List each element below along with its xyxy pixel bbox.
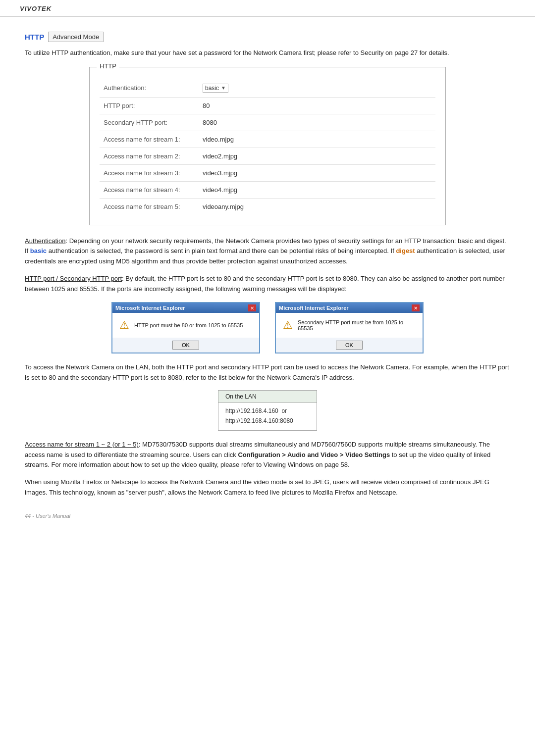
form-row: Access name for stream 3:video3.mjpg	[100, 164, 435, 181]
dialog-footer-2: OK	[276, 338, 423, 353]
lan-table-body: http://192.168.4.160 orhttp://192.168.4.…	[218, 403, 317, 431]
form-row-value: 8080	[199, 114, 435, 131]
page-footer: 44 - User's Manual	[25, 513, 510, 519]
stream-paragraph: Access name for stream 1 ~ 2 (or 1 ~ 5):…	[25, 440, 510, 470]
lan-table-header: On the LAN	[218, 391, 317, 403]
advanced-mode-badge: Advanced Mode	[48, 32, 104, 42]
form-row: Secondary HTTP port:8080	[100, 114, 435, 131]
form-row: Access name for stream 2:video2.mjpg	[100, 148, 435, 164]
form-row-label: Secondary HTTP port:	[100, 114, 199, 131]
page-title-row: HTTP Advanced Mode	[25, 32, 510, 42]
dialog-close-btn-1[interactable]: ✕	[248, 304, 256, 311]
form-table: Authentication:basic ▼HTTP port:80Second…	[100, 79, 435, 215]
dialog-message-2: Secondary HTTP port must be from 1025 to…	[298, 319, 416, 331]
dialog-box-2: Microsoft Internet Explorer ✕ ⚠ Secondar…	[275, 302, 424, 353]
form-row-value: 80	[199, 97, 435, 114]
lan-table: On the LAN http://192.168.4.160 orhttp:/…	[218, 390, 317, 431]
form-row: Access name for stream 4:video4.mjpg	[100, 181, 435, 198]
dialog-ok-btn-2[interactable]: OK	[336, 341, 363, 350]
form-row: Access name for stream 1:video.mjpg	[100, 131, 435, 148]
lan-table-wrapper: On the LAN http://192.168.4.160 orhttp:/…	[25, 390, 510, 431]
dialog-title-2: Microsoft Internet Explorer	[279, 305, 349, 311]
stream-heading: Access name for stream 1 ~ 2 (or 1 ~ 5)	[25, 441, 139, 448]
dialog-title-1: Microsoft Internet Explorer	[115, 305, 185, 311]
form-row-value: video2.mjpg	[199, 148, 435, 164]
warning-icon-1: ⚠	[119, 319, 129, 332]
auth-text1: : Depending on your network security req…	[65, 237, 506, 245]
select-basic-dropdown[interactable]: basic ▼	[203, 84, 228, 93]
form-row-label: Access name for stream 3:	[100, 164, 199, 181]
form-row-value: videoany.mjpg	[199, 198, 435, 215]
auth-paragraph: Authentication: Depending on your networ…	[25, 236, 510, 267]
dialog-titlebar-2: Microsoft Internet Explorer ✕	[276, 303, 423, 313]
form-row: Access name for stream 5:videoany.mjpg	[100, 198, 435, 215]
dialog-titlebar-1: Microsoft Internet Explorer ✕	[112, 303, 259, 313]
dialog-close-btn-2[interactable]: ✕	[412, 304, 420, 311]
auth-heading: Authentication	[25, 237, 65, 245]
auth-text3: authentication is selected, the password…	[47, 247, 396, 254]
form-row-label: HTTP port:	[100, 97, 199, 114]
auth-text2: If	[25, 247, 30, 254]
dialog-body-1: ⚠ HTTP port must be 80 or from 1025 to 6…	[112, 313, 259, 338]
dialog-footer-1: OK	[112, 338, 259, 353]
dialog-box-1: Microsoft Internet Explorer ✕ ⚠ HTTP por…	[111, 302, 260, 353]
intro-text: To utilize HTTP authentication, make sur…	[25, 48, 510, 58]
form-row-value[interactable]: basic ▼	[199, 79, 435, 98]
dialog-body-2: ⚠ Secondary HTTP port must be from 1025 …	[276, 313, 423, 338]
auth-basic-word: basic	[30, 247, 47, 254]
port-heading: HTTP port / Secondary HTTP port	[25, 275, 122, 282]
http-title-label: HTTP	[25, 33, 44, 41]
form-row-value: video.mjpg	[199, 131, 435, 148]
http-panel-title: HTTP	[97, 62, 119, 70]
form-row-label: Access name for stream 1:	[100, 131, 199, 148]
brand-logo: VIVOTEK	[20, 5, 52, 12]
chevron-down-icon: ▼	[221, 85, 226, 91]
warning-icon-2: ⚠	[283, 319, 293, 332]
page-header: VIVOTEK	[0, 0, 535, 17]
port-paragraph: HTTP port / Secondary HTTP port: By defa…	[25, 274, 510, 295]
form-row-label: Access name for stream 4:	[100, 181, 199, 198]
dialogs-row: Microsoft Internet Explorer ✕ ⚠ HTTP por…	[25, 302, 510, 353]
form-row: Authentication:basic ▼	[100, 79, 435, 98]
form-row: HTTP port:80	[100, 97, 435, 114]
form-row-label: Access name for stream 5:	[100, 198, 199, 215]
page-content: HTTP Advanced Mode To utilize HTTP authe…	[0, 17, 535, 539]
form-row-label: Access name for stream 2:	[100, 148, 199, 164]
mozilla-paragraph: When using Mozilla Firefox or Netscape t…	[25, 477, 510, 498]
lan-paragraph: To access the Network Camera on the LAN,…	[25, 362, 510, 383]
http-panel: HTTP Authentication:basic ▼HTTP port:80S…	[89, 67, 446, 225]
stream-bold-text: Configuration > Audio and Video > Video …	[238, 451, 390, 458]
form-row-value: video4.mjpg	[199, 181, 435, 198]
dialog-message-1: HTTP port must be 80 or from 1025 to 655…	[134, 322, 243, 328]
auth-digest-word: digest	[396, 247, 415, 254]
form-row-label: Authentication:	[100, 79, 199, 98]
form-row-value: video3.mjpg	[199, 164, 435, 181]
dialog-ok-btn-1[interactable]: OK	[172, 341, 199, 350]
select-value: basic	[205, 85, 219, 92]
